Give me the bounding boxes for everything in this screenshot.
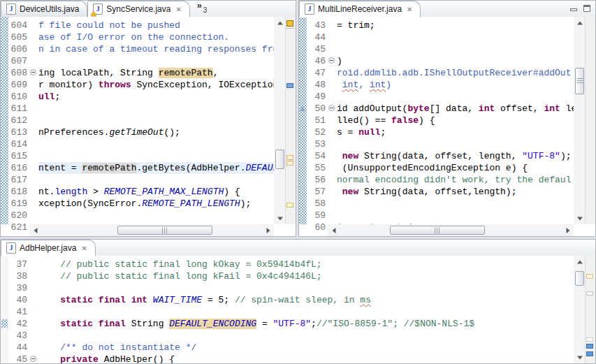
line-number: 604	[11, 20, 27, 31]
code-line-44[interactable]	[337, 31, 574, 43]
scroll-down-arrow[interactable]	[574, 212, 586, 224]
scroll-down-arrow[interactable]	[274, 212, 286, 224]
tab-deviceutils[interactable]: JDeviceUtils.java	[1, 1, 87, 17]
scroll-up-arrow[interactable]	[274, 17, 286, 29]
overview-marker[interactable]	[286, 20, 293, 27]
code-line-606[interactable]: n in case of a timeout reading responses…	[38, 43, 274, 55]
code-line-51[interactable]: lled() == false) {	[337, 115, 574, 126]
marker-bar[interactable]	[1, 17, 8, 224]
code-line-43[interactable]: = trim;	[337, 20, 574, 31]
occurrence-marker[interactable]	[1, 319, 8, 328]
code-line-55[interactable]: (UnsupportedEncodingException e) {	[337, 162, 574, 174]
code-line-612[interactable]	[38, 115, 274, 126]
scroll-up-arrow[interactable]	[574, 256, 586, 268]
code-line-47[interactable]: roid.ddmlib.adb.IShellOutputReceiver#add…	[337, 67, 574, 79]
code-line-613[interactable]: nPreferences.getTimeOut();	[38, 126, 274, 138]
overview-marker[interactable]	[286, 161, 293, 166]
code-line-39[interactable]	[38, 282, 574, 294]
scroll-down-arrow[interactable]	[574, 351, 586, 363]
marker-bar[interactable]	[1, 256, 8, 363]
code-line-50[interactable]: id addOutput(byte[] data, int offset, in…	[337, 103, 574, 115]
overview-ruler[interactable]	[585, 17, 595, 224]
collapse-icon[interactable]	[30, 356, 36, 362]
code-line-42[interactable]: static final String DEFAULT_ENCODING = "…	[38, 318, 574, 330]
vertical-scroll-thumb[interactable]	[575, 68, 584, 94]
scroll-left-arrow[interactable]	[328, 224, 340, 236]
code-area[interactable]: = trim;)roid.ddmlib.adb.IShellOutputRece…	[337, 17, 574, 224]
vertical-scroll-thumb[interactable]	[275, 150, 284, 169]
code-line-616[interactable]: ntent = remotePath.getBytes(AdbHelper.DE…	[38, 162, 274, 174]
close-tab-icon[interactable]: ✕	[175, 6, 181, 13]
minimize-icon[interactable]	[569, 3, 579, 13]
code-line-57[interactable]: new String(data, offset,length);	[337, 186, 574, 198]
vertical-scrollbar[interactable]	[274, 17, 286, 224]
overview-ruler[interactable]	[285, 17, 296, 224]
code-line-608[interactable]: ing localPath, String remotePath,	[38, 67, 274, 79]
close-tab-icon[interactable]: ✕	[407, 6, 412, 13]
maximize-icon[interactable]	[582, 3, 593, 13]
overview-marker[interactable]	[286, 28, 295, 29]
code-line-618[interactable]: nt.length > REMOTE_PATH_MAX_LENGTH) {	[38, 186, 274, 198]
code-line-46[interactable]: )	[337, 55, 574, 67]
code-line-40[interactable]: static final int WAIT_TIME = 5; // spin-…	[38, 294, 574, 306]
tab-syncservice[interactable]: JSyncService.java✕	[87, 1, 189, 17]
code-line-58[interactable]	[337, 198, 574, 210]
collapse-icon[interactable]	[328, 105, 335, 111]
close-tab-icon[interactable]: ✕	[81, 245, 87, 252]
vertical-scrollbar[interactable]	[574, 256, 586, 363]
code-line-605[interactable]: ase of I/O error on the connection.	[38, 31, 274, 43]
horizontal-scroll-thumb[interactable]	[390, 226, 485, 235]
code-line-56[interactable]: normal encoding didn't work, try the def…	[337, 174, 574, 186]
code-line-59[interactable]	[337, 210, 574, 221]
code-line-52[interactable]: s = null;	[337, 126, 574, 138]
code-line-617[interactable]	[38, 174, 274, 186]
scroll-left-arrow[interactable]	[29, 224, 41, 236]
overview-marker[interactable]	[286, 155, 293, 160]
code-area[interactable]: f file could not be pushedase of I/O err…	[38, 17, 274, 224]
code-area[interactable]: // public static final long kOkay = 0x59…	[38, 256, 574, 363]
code-line-53[interactable]	[337, 138, 574, 150]
marker-bar[interactable]	[299, 17, 307, 224]
vertical-scrollbar[interactable]	[574, 17, 586, 224]
code-line-611[interactable]	[38, 103, 274, 115]
overview-marker[interactable]	[586, 274, 593, 279]
scroll-right-arrow[interactable]	[562, 224, 574, 236]
collapse-icon[interactable]	[328, 57, 335, 64]
overview-marker[interactable]	[286, 83, 293, 88]
vertical-scroll-thumb[interactable]	[575, 271, 584, 286]
collapse-icon[interactable]	[30, 69, 36, 75]
code-line-41[interactable]	[38, 306, 574, 318]
code-line-45[interactable]	[337, 43, 574, 55]
horizontal-scrollbar[interactable]	[328, 224, 574, 236]
overview-marker[interactable]	[586, 337, 593, 342]
code-line-45[interactable]: private AdbHelper() {	[38, 354, 574, 363]
override-indicator-icon[interactable]	[300, 106, 305, 111]
tab-adbhelper[interactable]: JAdbHelper.java✕	[1, 240, 96, 256]
code-line-619[interactable]: xception(SyncError.REMOTE_PATH_LENGTH);	[38, 198, 274, 210]
code-line-607[interactable]	[38, 55, 274, 67]
code-line-604[interactable]: f file could not be pushed	[38, 20, 274, 31]
scroll-right-arrow[interactable]	[262, 224, 274, 236]
overview-ruler[interactable]	[585, 256, 595, 363]
horizontal-scroll-thumb[interactable]	[117, 226, 212, 235]
code-line-44[interactable]: /** do not instantiate */	[38, 342, 574, 354]
code-line-49[interactable]	[337, 91, 574, 103]
overview-marker[interactable]	[586, 344, 593, 349]
code-line-620[interactable]	[38, 210, 274, 221]
code-line-54[interactable]: new String(data, offset, length, "UTF-8"…	[337, 150, 574, 162]
code-line-38[interactable]: // public static final long kFail = 0x4c…	[38, 270, 574, 282]
code-line-615[interactable]	[38, 150, 274, 162]
overview-marker[interactable]	[286, 203, 293, 208]
scroll-up-arrow[interactable]	[574, 17, 586, 29]
code-line-37[interactable]: // public static final long kOkay = 0x59…	[38, 259, 574, 270]
code-line-43[interactable]	[38, 330, 574, 342]
tab-multilinereceiver[interactable]: JMultiLineReceiver.java✕	[299, 1, 421, 17]
tab-overflow-chevron[interactable]: » 3	[196, 3, 210, 15]
code-line-48[interactable]: int, int)	[337, 79, 574, 91]
overview-marker[interactable]	[586, 291, 593, 296]
overview-marker[interactable]	[586, 351, 593, 356]
code-line-609[interactable]: r monitor) throws SyncException, IOExcep…	[38, 79, 274, 91]
horizontal-scrollbar[interactable]	[29, 224, 274, 236]
code-line-614[interactable]	[38, 138, 274, 150]
code-line-610[interactable]: ull;	[38, 91, 274, 103]
